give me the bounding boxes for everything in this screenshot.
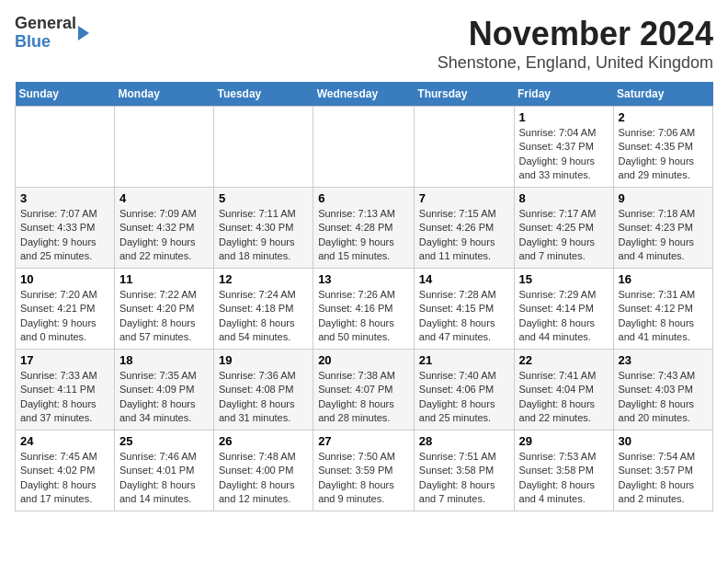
calendar-cell: 29Sunrise: 7:53 AMSunset: 3:58 PMDayligh… [514,431,613,511]
day-number: 29 [519,434,609,448]
day-number: 27 [318,434,409,448]
calendar-cell: 15Sunrise: 7:29 AMSunset: 4:14 PMDayligh… [514,269,613,350]
week-row-1: 1Sunrise: 7:04 AMSunset: 4:37 PMDaylight… [16,107,713,188]
weekday-header-friday: Friday [514,82,613,107]
day-number: 23 [619,353,708,367]
calendar-cell: 25Sunrise: 7:46 AMSunset: 4:01 PMDayligh… [114,431,213,511]
calendar-cell: 26Sunrise: 7:48 AMSunset: 4:00 PMDayligh… [213,431,313,511]
day-number: 20 [318,353,409,367]
logo-general-text: General [15,14,76,32]
calendar-cell: 6Sunrise: 7:13 AMSunset: 4:28 PMDaylight… [313,188,415,269]
calendar-cell [114,107,213,188]
day-info: Sunrise: 7:54 AMSunset: 3:57 PMDaylight:… [619,450,708,507]
logo: General Blue [15,15,89,52]
location-title: Shenstone, England, United Kingdom [438,53,713,73]
calendar-cell: 3Sunrise: 7:07 AMSunset: 4:33 PMDaylight… [16,188,115,269]
day-info: Sunrise: 7:33 AMSunset: 4:11 PMDaylight:… [20,369,109,426]
calendar-cell: 17Sunrise: 7:33 AMSunset: 4:11 PMDayligh… [16,350,115,431]
calendar-cell: 2Sunrise: 7:06 AMSunset: 4:35 PMDaylight… [613,107,712,188]
day-info: Sunrise: 7:26 AMSunset: 4:16 PMDaylight:… [318,288,409,345]
calendar-cell: 27Sunrise: 7:50 AMSunset: 3:59 PMDayligh… [313,431,415,511]
calendar-cell [16,107,115,188]
calendar-cell: 9Sunrise: 7:18 AMSunset: 4:23 PMDaylight… [613,188,712,269]
day-info: Sunrise: 7:18 AMSunset: 4:23 PMDaylight:… [619,207,708,264]
weekday-header-monday: Monday [114,82,213,107]
calendar-cell: 18Sunrise: 7:35 AMSunset: 4:09 PMDayligh… [114,350,213,431]
day-info: Sunrise: 7:48 AMSunset: 4:00 PMDaylight:… [219,450,308,507]
day-info: Sunrise: 7:45 AMSunset: 4:02 PMDaylight:… [20,450,109,507]
calendar-cell: 24Sunrise: 7:45 AMSunset: 4:02 PMDayligh… [16,431,115,511]
day-number: 24 [20,434,109,448]
day-info: Sunrise: 7:22 AMSunset: 4:20 PMDaylight:… [119,288,209,345]
calendar-cell: 23Sunrise: 7:43 AMSunset: 4:03 PMDayligh… [613,350,712,431]
calendar-cell: 10Sunrise: 7:20 AMSunset: 4:21 PMDayligh… [16,269,115,350]
day-info: Sunrise: 7:36 AMSunset: 4:08 PMDaylight:… [219,369,308,426]
title-section: November 2024 Shenstone, England, United… [438,15,713,73]
month-title: November 2024 [438,15,713,53]
week-row-4: 17Sunrise: 7:33 AMSunset: 4:11 PMDayligh… [16,350,713,431]
weekday-header-sunday: Sunday [16,82,115,107]
calendar-cell: 14Sunrise: 7:28 AMSunset: 4:15 PMDayligh… [414,269,514,350]
day-number: 3 [20,191,109,205]
logo-arrow-icon [78,26,89,40]
day-info: Sunrise: 7:38 AMSunset: 4:07 PMDaylight:… [318,369,409,426]
page-header: General Blue November 2024 Shenstone, En… [15,15,713,73]
calendar-cell: 19Sunrise: 7:36 AMSunset: 4:08 PMDayligh… [213,350,313,431]
day-number: 4 [119,191,209,205]
day-info: Sunrise: 7:09 AMSunset: 4:32 PMDaylight:… [119,207,209,264]
day-info: Sunrise: 7:46 AMSunset: 4:01 PMDaylight:… [119,450,209,507]
calendar-cell: 11Sunrise: 7:22 AMSunset: 4:20 PMDayligh… [114,269,213,350]
day-number: 8 [519,191,609,205]
weekday-header-thursday: Thursday [414,82,514,107]
day-number: 2 [619,110,708,124]
calendar-cell: 7Sunrise: 7:15 AMSunset: 4:26 PMDaylight… [414,188,514,269]
day-info: Sunrise: 7:53 AMSunset: 3:58 PMDaylight:… [519,450,609,507]
calendar-cell: 4Sunrise: 7:09 AMSunset: 4:32 PMDaylight… [114,188,213,269]
day-number: 26 [219,434,308,448]
day-number: 7 [419,191,509,205]
calendar-cell: 16Sunrise: 7:31 AMSunset: 4:12 PMDayligh… [613,269,712,350]
calendar-header-row: SundayMondayTuesdayWednesdayThursdayFrid… [16,82,713,107]
day-number: 1 [519,110,609,124]
calendar-cell: 8Sunrise: 7:17 AMSunset: 4:25 PMDaylight… [514,188,613,269]
day-number: 10 [20,272,109,286]
calendar-cell: 12Sunrise: 7:24 AMSunset: 4:18 PMDayligh… [213,269,313,350]
day-number: 5 [219,191,308,205]
weekday-header-wednesday: Wednesday [313,82,415,107]
day-info: Sunrise: 7:28 AMSunset: 4:15 PMDaylight:… [419,288,509,345]
day-info: Sunrise: 7:50 AMSunset: 3:59 PMDaylight:… [318,450,409,507]
day-info: Sunrise: 7:04 AMSunset: 4:37 PMDaylight:… [519,126,609,183]
day-info: Sunrise: 7:13 AMSunset: 4:28 PMDaylight:… [318,207,409,264]
day-info: Sunrise: 7:11 AMSunset: 4:30 PMDaylight:… [219,207,308,264]
day-info: Sunrise: 7:17 AMSunset: 4:25 PMDaylight:… [519,207,609,264]
calendar-cell: 28Sunrise: 7:51 AMSunset: 3:58 PMDayligh… [414,431,514,511]
day-number: 12 [219,272,308,286]
day-info: Sunrise: 7:29 AMSunset: 4:14 PMDaylight:… [519,288,609,345]
week-row-3: 10Sunrise: 7:20 AMSunset: 4:21 PMDayligh… [16,269,713,350]
week-row-2: 3Sunrise: 7:07 AMSunset: 4:33 PMDaylight… [16,188,713,269]
calendar-cell: 22Sunrise: 7:41 AMSunset: 4:04 PMDayligh… [514,350,613,431]
day-number: 14 [419,272,509,286]
calendar-cell: 5Sunrise: 7:11 AMSunset: 4:30 PMDaylight… [213,188,313,269]
weekday-header-tuesday: Tuesday [213,82,313,107]
day-number: 17 [20,353,109,367]
calendar-cell: 30Sunrise: 7:54 AMSunset: 3:57 PMDayligh… [613,431,712,511]
day-info: Sunrise: 7:51 AMSunset: 3:58 PMDaylight:… [419,450,509,507]
logo-blue-text: Blue [15,32,51,51]
day-number: 15 [519,272,609,286]
day-info: Sunrise: 7:24 AMSunset: 4:18 PMDaylight:… [219,288,308,345]
day-info: Sunrise: 7:31 AMSunset: 4:12 PMDaylight:… [619,288,708,345]
day-number: 16 [619,272,708,286]
day-number: 21 [419,353,509,367]
day-number: 22 [519,353,609,367]
calendar-cell: 21Sunrise: 7:40 AMSunset: 4:06 PMDayligh… [414,350,514,431]
day-info: Sunrise: 7:06 AMSunset: 4:35 PMDaylight:… [619,126,708,183]
day-number: 9 [619,191,708,205]
day-number: 11 [119,272,209,286]
day-info: Sunrise: 7:15 AMSunset: 4:26 PMDaylight:… [419,207,509,264]
day-number: 19 [219,353,308,367]
calendar-cell: 20Sunrise: 7:38 AMSunset: 4:07 PMDayligh… [313,350,415,431]
day-number: 6 [318,191,409,205]
calendar-table: SundayMondayTuesdayWednesdayThursdayFrid… [15,82,713,511]
weekday-header-saturday: Saturday [613,82,712,107]
